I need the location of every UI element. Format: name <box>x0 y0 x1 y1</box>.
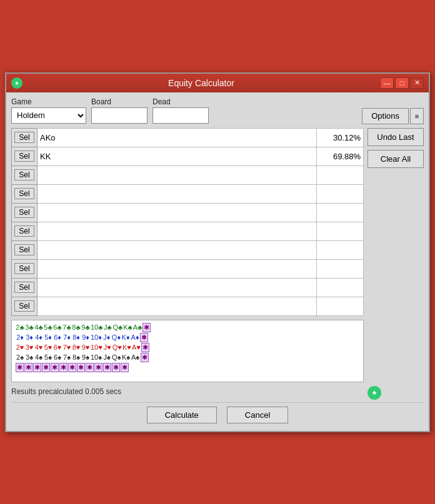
card-10h[interactable]: 10♥ <box>91 343 102 352</box>
sel-button-2[interactable]: Sel <box>14 169 34 180</box>
card-2s[interactable]: 2♠ <box>16 353 24 362</box>
card-8h[interactable]: 8♥ <box>72 343 81 352</box>
joker-10[interactable]: ✱ <box>94 363 102 372</box>
sel-button-3[interactable]: Sel <box>14 188 34 199</box>
clear-all-button[interactable]: Clear All <box>368 150 424 168</box>
sel-button-9[interactable]: Sel <box>14 300 34 312</box>
dead-input[interactable] <box>152 107 209 124</box>
sel-button-4[interactable]: Sel <box>14 207 34 218</box>
card-6c[interactable]: 6♣ <box>53 324 62 332</box>
card-2d[interactable]: 2♦ <box>16 334 24 342</box>
card-7h[interactable]: 7♥ <box>62 343 71 352</box>
card-9s[interactable]: 9♠ <box>81 353 90 362</box>
hand-input-5[interactable] <box>40 227 314 236</box>
joker-13[interactable]: ✱ <box>121 363 129 372</box>
card-3s[interactable]: 3♠ <box>25 353 34 362</box>
card-qc[interactable]: Q♣ <box>112 324 122 332</box>
card-6d[interactable]: 6♦ <box>53 334 62 342</box>
sel-button-6[interactable]: Sel <box>14 244 34 255</box>
joker-12[interactable]: ✱ <box>112 363 120 372</box>
sel-button-0[interactable]: Sel <box>14 132 34 143</box>
joker-4[interactable]: ✱ <box>42 363 50 372</box>
sel-button-7[interactable]: Sel <box>14 263 34 274</box>
hand-input-1[interactable] <box>40 152 314 161</box>
card-4s[interactable]: 4♠ <box>34 353 43 362</box>
joker-9[interactable]: ✱ <box>86 363 94 372</box>
card-5s[interactable]: 5♠ <box>44 353 52 362</box>
joker-8[interactable]: ✱ <box>77 363 85 372</box>
joker-1[interactable]: ✱ <box>16 363 24 372</box>
card-10c[interactable]: 10♣ <box>91 324 102 332</box>
card-7d[interactable]: 7♦ <box>62 334 71 342</box>
card-3d[interactable]: 3♦ <box>25 334 34 342</box>
card-4d[interactable]: 4♦ <box>34 334 43 342</box>
sel-button-5[interactable]: Sel <box>14 225 34 237</box>
maximize-button[interactable]: □ <box>395 77 409 89</box>
joker-2[interactable]: ✱ <box>24 363 32 372</box>
joker-11[interactable]: ✱ <box>103 363 111 372</box>
options-extra-button[interactable]: ≡ <box>410 108 424 124</box>
undo-last-button[interactable]: Undo Last <box>368 128 424 146</box>
card-4c[interactable]: 4♣ <box>34 324 43 332</box>
joker-diamonds[interactable]: ✱ <box>140 333 148 342</box>
joker-spades2[interactable]: ✱ <box>141 353 149 362</box>
card-5d[interactable]: 5♦ <box>44 334 52 342</box>
card-5h[interactable]: 5♥ <box>44 343 52 352</box>
card-7c[interactable]: 7♣ <box>62 324 71 332</box>
card-3c[interactable]: 3♣ <box>25 324 34 332</box>
card-9c[interactable]: 9♣ <box>81 324 90 332</box>
card-2c[interactable]: 2♣ <box>16 324 24 332</box>
calculate-button[interactable]: Calculate <box>147 407 217 423</box>
joker-spades[interactable]: ✱ <box>142 323 151 332</box>
card-kh[interactable]: K♥ <box>122 343 131 352</box>
joker-6[interactable]: ✱ <box>59 363 68 372</box>
hand-input-8[interactable] <box>40 283 314 292</box>
cancel-button[interactable]: Cancel <box>227 407 288 423</box>
card-10d[interactable]: 10♦ <box>91 334 102 342</box>
hand-input-0[interactable] <box>40 133 314 142</box>
card-6h[interactable]: 6♥ <box>53 343 62 352</box>
game-select[interactable]: Holdem Omaha Omaha Hi-Lo <box>11 107 86 124</box>
card-jc[interactable]: J♣ <box>103 324 112 332</box>
card-ks[interactable]: K♠ <box>122 353 131 362</box>
card-10s[interactable]: 10♠ <box>91 353 102 362</box>
hand-input-7[interactable] <box>40 264 314 274</box>
hand-input-4[interactable] <box>40 208 314 217</box>
card-jh[interactable]: J♥ <box>103 343 112 352</box>
hand-input-3[interactable] <box>40 189 314 199</box>
minimize-button[interactable]: — <box>380 77 394 89</box>
hand-input-6[interactable] <box>40 245 314 255</box>
card-5c[interactable]: 5♣ <box>44 324 52 332</box>
card-qh[interactable]: Q♥ <box>112 343 122 352</box>
card-3h[interactable]: 3♥ <box>25 343 34 352</box>
card-qd[interactable]: Q♦ <box>112 334 121 342</box>
card-8c[interactable]: 8♣ <box>72 324 81 332</box>
card-qs[interactable]: Q♠ <box>112 353 121 362</box>
card-8d[interactable]: 8♦ <box>72 334 81 342</box>
card-9h[interactable]: 9♥ <box>81 343 90 352</box>
joker-5[interactable]: ✱ <box>51 363 59 372</box>
sel-button-1[interactable]: Sel <box>14 151 34 162</box>
close-button[interactable]: ✕ <box>410 77 424 89</box>
card-jd[interactable]: J♦ <box>102 334 111 342</box>
card-7s[interactable]: 7♠ <box>62 353 71 362</box>
card-ac[interactable]: A♣ <box>133 324 142 332</box>
hand-input-2[interactable] <box>40 170 314 180</box>
card-as[interactable]: A♠ <box>131 353 140 362</box>
card-kc[interactable]: K♣ <box>123 324 132 332</box>
joker-hearts[interactable]: ✱ <box>141 343 149 352</box>
card-2h[interactable]: 2♥ <box>16 343 24 352</box>
sel-button-8[interactable]: Sel <box>14 282 34 293</box>
joker-7[interactable]: ✱ <box>68 363 76 372</box>
card-4h[interactable]: 4♥ <box>34 343 43 352</box>
joker-3[interactable]: ✱ <box>33 363 41 372</box>
card-kd[interactable]: K♦ <box>121 334 130 342</box>
card-6s[interactable]: 6♠ <box>53 353 62 362</box>
options-button[interactable]: Options <box>362 108 409 124</box>
card-ad[interactable]: A♦ <box>131 334 139 342</box>
card-ah[interactable]: A♥ <box>132 343 141 352</box>
hand-input-9[interactable] <box>40 302 314 311</box>
card-9d[interactable]: 9♦ <box>81 334 90 342</box>
card-js[interactable]: J♠ <box>102 353 111 362</box>
card-8s[interactable]: 8♠ <box>72 353 81 362</box>
